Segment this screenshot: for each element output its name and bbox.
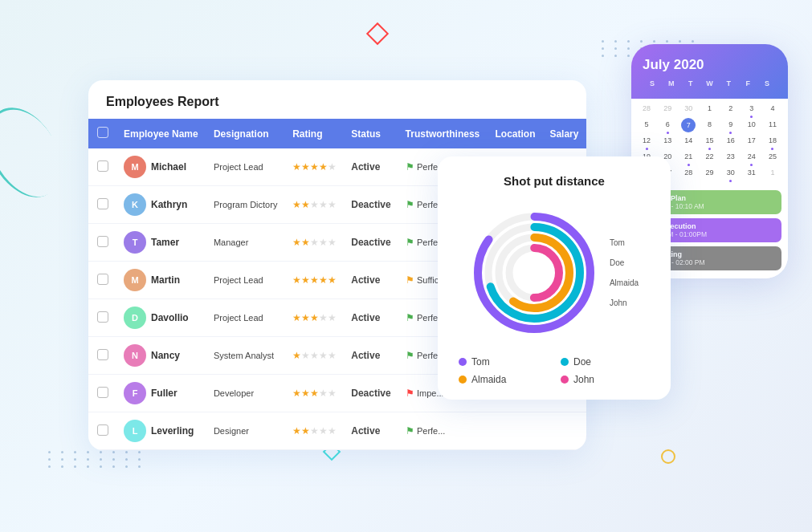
star: ★ <box>310 199 319 210</box>
calendar-cell[interactable]: 6 <box>657 118 678 134</box>
chart-labels: Tom Doe Almaida John <box>610 238 639 307</box>
employee-name-cell: D Davollio <box>124 307 201 329</box>
employee-name: Fuller <box>151 388 177 399</box>
calendar-cell: 1 <box>762 166 783 182</box>
table-row: L Leverling Designer★★★★★Active⚑ Perfe..… <box>88 412 586 450</box>
calendar-cell[interactable]: 17 <box>741 134 762 150</box>
legend-tom: Tom <box>459 356 548 368</box>
weekday-label: M <box>662 79 681 87</box>
label-tom: Tom <box>610 238 639 247</box>
avatar: F <box>124 382 146 404</box>
cal-date: 8 <box>699 118 720 131</box>
calendar-cell[interactable]: 14 <box>678 134 699 150</box>
designation: Project Lead <box>207 262 286 299</box>
col-salary: Salary <box>543 119 586 148</box>
calendar-cell[interactable]: 1 <box>699 102 720 118</box>
select-all-checkbox[interactable] <box>97 127 108 138</box>
employee-name: Leverling <box>151 425 194 437</box>
calendar-cell[interactable]: 12 <box>636 134 657 150</box>
designation: Project Lead <box>207 148 286 186</box>
calendar-cell[interactable]: 2 <box>720 102 741 118</box>
calendar-cell[interactable]: 24 <box>741 150 762 166</box>
employee-name-cell: M Michael <box>124 156 201 178</box>
calendar-cell[interactable]: 28 <box>678 166 699 182</box>
avatar: K <box>124 193 146 216</box>
calendar-cell[interactable]: 9 <box>720 118 741 134</box>
status: Active <box>345 299 398 337</box>
row-checkbox[interactable] <box>97 349 108 360</box>
calendar-cell[interactable]: 7 <box>678 118 699 134</box>
row-checkbox[interactable] <box>97 160 108 172</box>
row-checkbox[interactable] <box>97 311 108 323</box>
status: Deactive <box>345 375 398 412</box>
calendar-cell[interactable]: 30 <box>720 166 741 182</box>
employee-name: Nancy <box>151 350 180 361</box>
star: ★ <box>328 237 337 248</box>
star: ★ <box>328 274 337 286</box>
cal-date: 4 <box>762 102 783 115</box>
employee-name-cell: K Kathryn <box>124 193 201 216</box>
calendar-cell[interactable]: 15 <box>699 134 720 150</box>
legend-label-tom: Tom <box>471 356 490 368</box>
row-checkbox[interactable] <box>97 198 108 209</box>
today-cell[interactable]: 7 <box>681 118 696 132</box>
cal-date: 23 <box>720 150 741 163</box>
calendar-cell[interactable]: 13 <box>657 134 678 150</box>
row-checkbox[interactable] <box>97 274 108 285</box>
row-checkbox[interactable] <box>97 424 108 436</box>
weekday-label: T <box>681 79 700 87</box>
calendar-cell[interactable]: 8 <box>699 118 720 134</box>
cal-date: 10 <box>741 118 762 131</box>
calendar-cell[interactable]: 23 <box>720 150 741 166</box>
star: ★ <box>328 161 337 173</box>
calendar-cell[interactable]: 25 <box>762 150 783 166</box>
report-title: Employees Report <box>88 80 586 119</box>
calendar-cell[interactable]: 11 <box>762 118 783 134</box>
star: ★ <box>328 199 337 210</box>
legend-dot-john <box>561 376 569 384</box>
cal-date: 17 <box>741 134 762 147</box>
col-status: Status <box>345 119 398 148</box>
calendar-cell[interactable]: 18 <box>762 134 783 150</box>
calendar-cell[interactable]: 29 <box>699 166 720 182</box>
calendar-month: July 2020 <box>643 57 777 73</box>
employee-name: Tamer <box>151 237 179 248</box>
cal-date: 12 <box>636 134 657 147</box>
chart-legend: Tom Doe Almaida John <box>452 356 656 385</box>
calendar-cell[interactable]: 10 <box>741 118 762 134</box>
star: ★ <box>292 350 301 361</box>
status: Active <box>345 148 398 186</box>
salary <box>543 412 586 450</box>
calendar-header: July 2020 SMTWTFS <box>631 44 788 99</box>
rating: ★★★★★ <box>286 337 345 375</box>
calendar-cell[interactable]: 22 <box>699 150 720 166</box>
cal-date: 5 <box>636 118 657 131</box>
weekday-label: S <box>643 79 662 87</box>
calendar-cell[interactable]: 5 <box>636 118 657 134</box>
legend-dot-doe <box>561 358 569 366</box>
designation: Designer <box>207 412 286 450</box>
row-checkbox[interactable] <box>97 236 108 247</box>
label-almaida: Almaida <box>610 278 639 287</box>
star: ★ <box>301 312 310 323</box>
weekday-label: W <box>700 79 720 87</box>
star: ★ <box>292 312 301 323</box>
weekday-label: T <box>719 79 738 87</box>
calendar-cell[interactable]: 4 <box>762 102 783 118</box>
designation: Project Lead <box>207 299 286 337</box>
row-checkbox[interactable] <box>97 387 108 398</box>
calendar-cell[interactable]: 21 <box>678 150 699 166</box>
star: ★ <box>301 274 310 286</box>
select-all-header[interactable] <box>88 119 117 148</box>
calendar-cell[interactable]: 3 <box>741 102 762 118</box>
status: Deactive <box>345 186 398 224</box>
employee-name-cell: T Tamer <box>124 231 201 254</box>
cal-date: 22 <box>699 150 720 163</box>
star: ★ <box>301 388 310 399</box>
legend-dot-tom <box>459 358 467 366</box>
calendar-cell[interactable]: 16 <box>720 134 741 150</box>
star: ★ <box>301 425 310 437</box>
calendar-cell[interactable]: 31 <box>741 166 762 182</box>
star: ★ <box>319 350 328 361</box>
star: ★ <box>310 237 319 248</box>
